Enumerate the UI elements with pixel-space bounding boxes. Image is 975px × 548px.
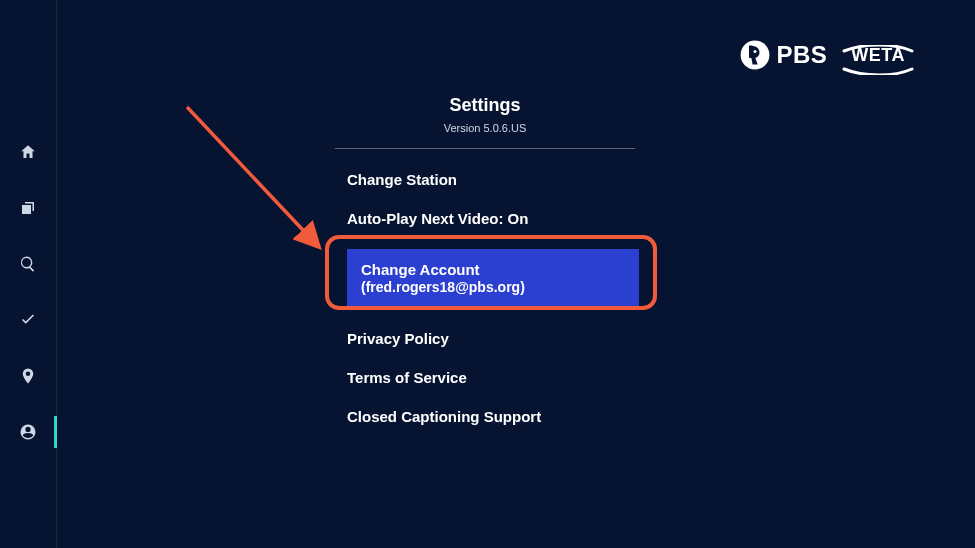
annotation-arrow-icon <box>175 95 345 265</box>
weta-logo-text: WETA <box>839 45 917 66</box>
change-account-label: Change Account <box>361 261 625 279</box>
sidebar-item-checkmark[interactable] <box>0 308 56 332</box>
page-title: Settings <box>335 95 635 116</box>
check-icon <box>19 311 37 329</box>
change-account-email: (fred.rogers18@pbs.org) <box>361 279 625 296</box>
svg-line-2 <box>187 107 317 245</box>
version-label: Version 5.0.6.US <box>335 122 635 134</box>
weta-logo: WETA <box>839 45 917 66</box>
sidebar-item-home[interactable] <box>0 140 56 164</box>
pbs-head-icon <box>740 40 770 70</box>
sidebar <box>0 0 56 548</box>
menu-item-privacy[interactable]: Privacy Policy <box>347 330 635 347</box>
settings-panel: Settings Version 5.0.6.US Change Station… <box>335 95 635 425</box>
home-icon <box>19 143 37 161</box>
search-icon <box>19 255 37 273</box>
profile-icon <box>19 423 37 441</box>
menu-item-change-station[interactable]: Change Station <box>347 171 635 188</box>
sidebar-item-profile[interactable] <box>0 420 56 444</box>
header-logos: PBS WETA <box>740 40 917 70</box>
sidebar-item-location[interactable] <box>0 364 56 388</box>
menu-item-captioning[interactable]: Closed Captioning Support <box>347 408 635 425</box>
settings-menu: Change Station Auto-Play Next Video: On … <box>335 171 635 425</box>
menu-item-autoplay[interactable]: Auto-Play Next Video: On <box>347 210 635 227</box>
divider <box>335 148 635 149</box>
menu-item-change-account[interactable]: Change Account (fred.rogers18@pbs.org) <box>347 249 639 308</box>
location-icon <box>19 367 37 385</box>
sidebar-divider <box>56 0 57 548</box>
pbs-logo: PBS <box>740 40 827 70</box>
menu-item-terms[interactable]: Terms of Service <box>347 369 635 386</box>
sidebar-item-library[interactable] <box>0 196 56 220</box>
pbs-logo-text: PBS <box>776 41 827 69</box>
sidebar-item-search[interactable] <box>0 252 56 276</box>
copy-icon <box>19 199 37 217</box>
svg-point-1 <box>754 50 757 53</box>
